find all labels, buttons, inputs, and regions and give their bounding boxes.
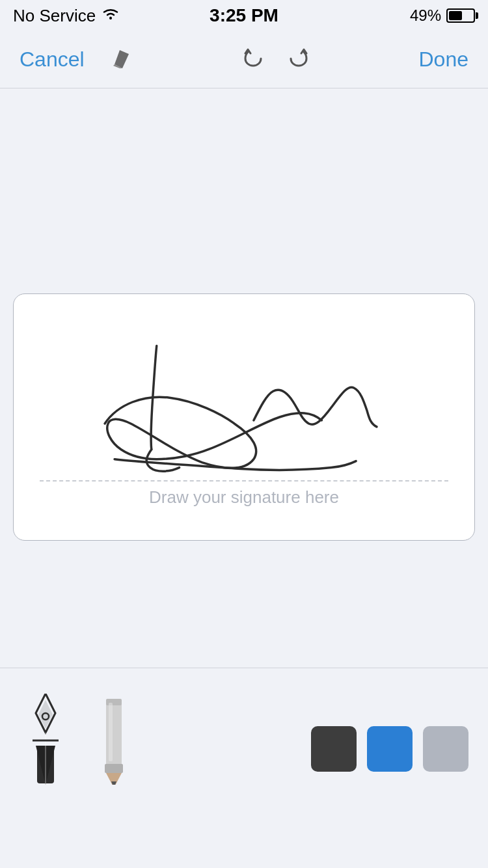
pen-tool[interactable] (20, 681, 72, 785)
wifi-icon (101, 6, 120, 25)
cancel-button[interactable]: Cancel (20, 47, 85, 72)
main-area: Draw your signature here (0, 88, 488, 798)
color-swatches (311, 726, 468, 785)
pen-nib-icon (23, 694, 68, 785)
pencil-icon (94, 694, 133, 785)
signature-canvas[interactable]: Draw your signature here (13, 293, 475, 541)
color-swatch-blue[interactable] (367, 726, 413, 772)
toolbar: Cancel Done (0, 31, 488, 88)
color-swatch-gray[interactable] (423, 726, 468, 772)
carrier-text: No Service (13, 6, 96, 26)
eraser-button[interactable] (111, 46, 133, 73)
signature-placeholder: Draw your signature here (149, 487, 339, 508)
tool-palette (0, 668, 488, 798)
svg-rect-11 (106, 699, 122, 705)
signature-baseline (40, 480, 448, 481)
svg-rect-12 (105, 764, 123, 773)
status-bar: No Service 3:25 PM 49% (0, 0, 488, 31)
pencil-tool[interactable] (85, 681, 137, 785)
color-swatch-dark[interactable] (311, 726, 357, 772)
done-button[interactable]: Done (418, 47, 468, 72)
toolbar-left: Cancel (20, 46, 133, 73)
svg-point-0 (109, 17, 112, 20)
battery-icon (446, 8, 475, 23)
toolbar-center (243, 47, 309, 73)
battery-info: 49% (410, 7, 475, 25)
undo-button[interactable] (243, 47, 266, 73)
svg-rect-10 (106, 700, 122, 765)
svg-rect-15 (109, 703, 113, 761)
clock: 3:25 PM (210, 5, 278, 26)
carrier-info: No Service (13, 6, 120, 26)
redo-button[interactable] (286, 47, 309, 73)
battery-pct-text: 49% (410, 7, 441, 25)
